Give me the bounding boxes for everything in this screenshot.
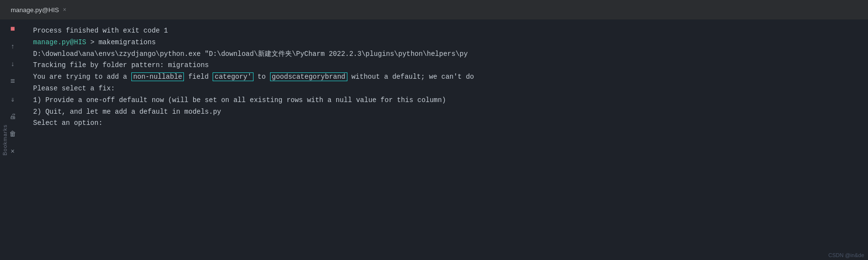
tab-label: manage.py@HIS (11, 6, 59, 14)
line-select-fix: Please select a fix: (33, 83, 860, 95)
arrow-down-icon[interactable]: ↓ (7, 59, 18, 69)
command-text: makemigrations (98, 38, 156, 46)
goodscategorybrand-highlight: goodscategorybrand (270, 72, 347, 81)
red-square-icon[interactable]: ■ (7, 24, 18, 34)
filter-icon[interactable]: ≡ (7, 77, 18, 87)
line-path: D:\download\ana\envs\zzydjango\python.ex… (33, 49, 860, 60)
bookmarks-label: Bookmarks (2, 124, 8, 155)
line-option2: 2) Quit, and let me add a default in mod… (33, 106, 860, 118)
close-sidebar-icon[interactable]: × (7, 147, 18, 156)
line-option1: 1) Provide a one-off default now (will b… (33, 95, 860, 106)
nullable-post: without a default; we can't do (351, 73, 474, 81)
title-tab[interactable]: manage.py@HIS × (6, 0, 71, 19)
left-sidebar: Bookmarks ■ ↑ ↓ ≡ ⇓ 🖨 🗑 × (0, 19, 25, 260)
nullable-pre: You are trying to add a (33, 73, 131, 81)
arrow-up-icon[interactable]: ↑ (7, 42, 18, 52)
non-nullable-highlight: non-nullable (131, 72, 184, 81)
line-tracking: Tracking file by folder pattern: migrati… (33, 60, 860, 71)
prompt-arrow: > (90, 38, 99, 46)
prompt-text: manage.py@HIS (33, 38, 86, 46)
line-exit-code: Process finished with exit code 1 (33, 25, 860, 37)
download-icon[interactable]: ⇓ (7, 94, 18, 104)
nullable-to: to (257, 73, 270, 81)
nullable-mid: field (188, 73, 213, 81)
line-nullable: You are trying to add a non-nullable fie… (33, 71, 860, 83)
tab-close-icon[interactable]: × (63, 6, 66, 13)
line-select-option: Select an option: (33, 118, 860, 129)
title-bar: manage.py@HIS × (0, 0, 868, 19)
print-icon[interactable]: 🖨 (7, 112, 18, 121)
line-prompt: manage.py@HIS > makemigrations (33, 37, 860, 49)
watermark: CSDN @in&de (828, 252, 864, 258)
terminal-area: Process finished with exit code 1 manage… (25, 19, 868, 260)
trash-icon[interactable]: 🗑 (7, 129, 18, 139)
category-highlight: category' (213, 72, 253, 81)
